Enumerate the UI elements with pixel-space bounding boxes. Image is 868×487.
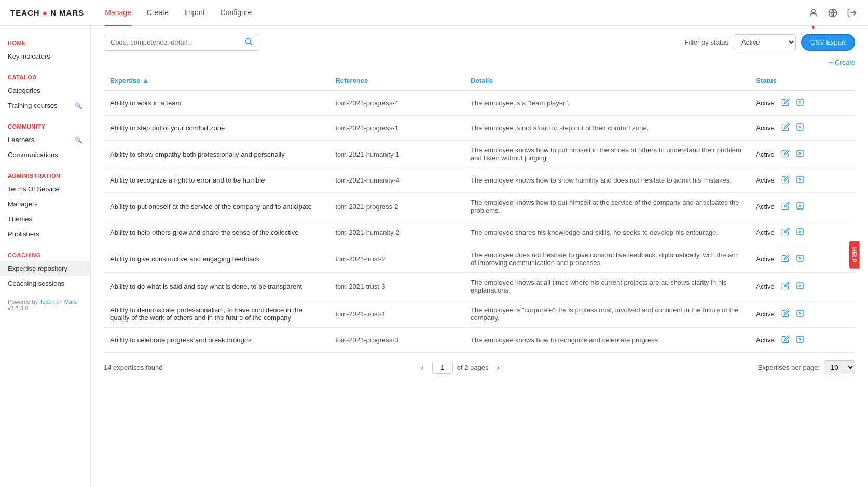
nav-actions: [808, 7, 858, 19]
sidebar-item-coaching-sessions[interactable]: Coaching sessions: [0, 276, 90, 291]
cell-expertise: Ability to demonstrate professionalism, …: [104, 300, 329, 328]
table-row: Ability to work in a team tom-2021-progr…: [104, 90, 855, 116]
sidebar: HOME Key indicators CATALOG Categories T…: [0, 26, 91, 487]
search-button[interactable]: [244, 37, 253, 47]
delete-icon[interactable]: [794, 148, 806, 161]
cell-details: The employee knows how to put himself in…: [464, 141, 750, 168]
teach-on-mars-link[interactable]: Teach on Mars: [39, 299, 77, 305]
cell-expertise: Ability to step out of your comfort zone: [104, 116, 329, 141]
table-row: Ability to do what is said and say what …: [104, 273, 855, 300]
sidebar-item-categories[interactable]: Categories: [0, 83, 90, 98]
filter-label: Filter by status: [685, 38, 729, 46]
sidebar-item-communications[interactable]: Communications: [0, 147, 90, 162]
status-badge: Active: [756, 176, 774, 184]
globe-icon[interactable]: [827, 7, 838, 19]
prev-page-button[interactable]: ‹: [417, 361, 428, 374]
create-link[interactable]: + Create: [829, 59, 855, 66]
sidebar-item-publishers[interactable]: Publishers: [0, 227, 90, 242]
help-tab[interactable]: HELP: [849, 241, 859, 268]
edit-icon[interactable]: [780, 200, 791, 213]
nav-configure[interactable]: Configure: [221, 0, 252, 26]
col-reference[interactable]: Reference: [329, 72, 464, 90]
edit-icon[interactable]: [780, 253, 791, 266]
table-body: Ability to work in a team tom-2021-progr…: [104, 90, 855, 353]
table-row: Ability to show empathy both professiona…: [104, 141, 855, 168]
cell-details: The employee is a "team player".: [464, 90, 750, 116]
csv-export-container: CSV Export: [801, 34, 855, 51]
search-input[interactable]: [111, 38, 240, 46]
sidebar-item-managers[interactable]: Managers: [0, 197, 90, 212]
cell-status: Active: [750, 168, 855, 193]
search-box[interactable]: [104, 34, 259, 51]
delete-icon[interactable]: [794, 174, 806, 187]
edit-icon[interactable]: [780, 333, 791, 346]
user-icon[interactable]: [808, 7, 819, 19]
cell-expertise: Ability to do what is said and say what …: [104, 273, 329, 300]
edit-icon[interactable]: [780, 121, 791, 134]
delete-icon[interactable]: [794, 333, 806, 346]
sidebar-item-expertise-repository[interactable]: Expertise repository: [0, 261, 90, 276]
cell-status: Active: [750, 193, 855, 220]
cell-details: The employee is not afraid to step out o…: [464, 116, 750, 141]
sidebar-item-learners[interactable]: Learners 🔍: [0, 132, 90, 147]
cell-details: The employee is "corporate": he is profe…: [464, 300, 750, 328]
cell-status: Active: [750, 328, 855, 353]
nav-import[interactable]: Import: [184, 0, 205, 26]
delete-icon[interactable]: [794, 280, 806, 293]
sidebar-item-training-courses[interactable]: Training courses 🔍: [0, 98, 90, 113]
status-badge: Active: [756, 310, 774, 318]
cell-reference: tom-2021-humanity-4: [329, 168, 464, 193]
table-row: Ability to recognize a right to error an…: [104, 168, 855, 193]
page-input[interactable]: [432, 361, 453, 374]
cell-details: The employee knows how to recognize and …: [464, 328, 750, 353]
col-details[interactable]: Details: [464, 72, 750, 90]
sort-icon: ▲: [142, 77, 149, 85]
edit-icon[interactable]: [780, 280, 791, 293]
logout-icon[interactable]: [846, 7, 858, 19]
edit-icon[interactable]: [780, 308, 791, 321]
svg-point-2: [246, 39, 251, 44]
delete-icon[interactable]: [794, 121, 806, 134]
edit-icon[interactable]: [780, 96, 791, 109]
pagination-nav: ‹ of 2 pages ›: [417, 361, 503, 374]
nav-manage[interactable]: Manage: [105, 0, 131, 26]
col-status[interactable]: Status: [750, 72, 855, 90]
sidebar-section-catalog: CATALOG: [0, 68, 90, 83]
search-icon[interactable]: 🔍: [75, 102, 82, 109]
delete-icon[interactable]: [794, 200, 806, 213]
nav-create[interactable]: Create: [147, 0, 169, 26]
sidebar-footer: Powered by Teach on Mars v3.7.3.0: [0, 291, 90, 319]
table-header: Expertise ▲ Reference Details Status: [104, 72, 855, 90]
sidebar-item-key-indicators[interactable]: Key indicators: [0, 49, 90, 64]
main-nav: Manage Create Import Configure: [105, 0, 808, 26]
svg-line-3: [250, 43, 252, 45]
sidebar-section-community: COMMUNITY: [0, 117, 90, 132]
status-badge: Active: [756, 283, 774, 290]
delete-icon[interactable]: [794, 226, 806, 239]
delete-icon[interactable]: [794, 96, 806, 109]
per-page-container: Expertises per page: 10 25 50 100: [758, 360, 855, 374]
cell-status: Active: [750, 116, 855, 141]
edit-icon[interactable]: [780, 226, 791, 239]
cell-expertise: Ability to celebrate progress and breakt…: [104, 328, 329, 353]
status-filter[interactable]: Active All Inactive: [734, 34, 796, 50]
table-row: Ability to help others grow and share th…: [104, 220, 855, 245]
cell-reference: tom-2021-humanity-2: [329, 220, 464, 245]
per-page-select[interactable]: 10 25 50 100: [824, 360, 855, 374]
total-count: 14 expertises found: [104, 364, 162, 371]
csv-export-button[interactable]: CSV Export: [801, 34, 855, 51]
delete-icon[interactable]: [794, 308, 806, 321]
next-page-button[interactable]: ›: [492, 361, 503, 374]
toolbar: Filter by status Active All Inactive CSV…: [104, 34, 855, 51]
table-row: Ability to step out of your comfort zone…: [104, 116, 855, 141]
cell-details: The employee does not hesitate to give c…: [464, 245, 750, 273]
col-expertise[interactable]: Expertise ▲: [104, 72, 329, 90]
delete-icon[interactable]: [794, 253, 806, 266]
status-badge: Active: [756, 124, 774, 132]
search-icon[interactable]: 🔍: [75, 136, 82, 144]
status-badge: Active: [756, 203, 774, 211]
edit-icon[interactable]: [780, 174, 791, 187]
sidebar-item-terms-of-service[interactable]: Terms Of Service: [0, 182, 90, 197]
edit-icon[interactable]: [780, 148, 791, 161]
sidebar-item-themes[interactable]: Themes: [0, 212, 90, 227]
